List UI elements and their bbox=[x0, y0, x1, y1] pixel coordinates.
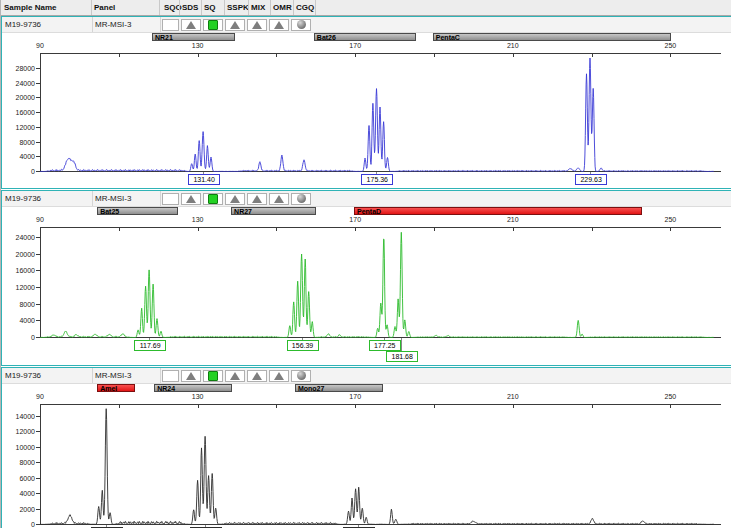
omr-warning-icon bbox=[274, 21, 284, 29]
peak-size-label[interactable]: 156.39 bbox=[287, 340, 319, 351]
peak-size-label[interactable]: 229.63 bbox=[575, 174, 607, 185]
column-header-sds[interactable]: SDS bbox=[182, 3, 198, 12]
sqo-flag-cell bbox=[162, 193, 179, 205]
sq-pass-icon[interactable] bbox=[203, 19, 223, 31]
sample-row[interactable]: M19-9736 MR-MSI-3 bbox=[2, 368, 731, 384]
x-tick-label: 250 bbox=[658, 393, 682, 400]
marker-bat26[interactable]: Bat26 bbox=[314, 33, 416, 41]
electropherogram-plot[interactable]: 04000800012000160002000024000 bbox=[2, 228, 731, 338]
mix-warning-icon bbox=[252, 195, 262, 203]
ruler-tick bbox=[276, 54, 277, 57]
x-tick-label: 210 bbox=[501, 42, 525, 49]
sspk-warning-icon[interactable] bbox=[225, 19, 245, 31]
x-tick-label: 250 bbox=[658, 42, 682, 49]
sspk-warning-icon bbox=[230, 195, 240, 203]
column-header-panel[interactable]: Panel bbox=[94, 3, 115, 12]
sds-warning-icon[interactable] bbox=[181, 370, 201, 382]
marker-pentac[interactable]: PentaC bbox=[433, 33, 671, 41]
ruler-tick bbox=[592, 54, 593, 57]
electropherogram-plot[interactable]: 02000400060008000100001200014000 bbox=[2, 405, 731, 525]
marker-mono27[interactable]: Mono27 bbox=[295, 384, 383, 392]
mix-warning-icon[interactable] bbox=[247, 19, 267, 31]
sq-pass-icon[interactable] bbox=[203, 193, 223, 205]
marker-bat25[interactable]: Bat25 bbox=[97, 207, 178, 215]
marker-bar-row: AmelNR24Mono27 bbox=[2, 384, 731, 393]
divider bbox=[92, 17, 93, 32]
blue-dye-trace bbox=[2, 54, 731, 172]
peak-size-label[interactable]: 117.69 bbox=[134, 340, 166, 351]
ruler-tick bbox=[434, 54, 435, 57]
column-divider bbox=[224, 0, 225, 15]
sds-warning-icon bbox=[186, 372, 196, 380]
omr-warning-icon bbox=[274, 195, 284, 203]
peak-size-label[interactable]: 181.68 bbox=[386, 351, 418, 362]
marker-nr24[interactable]: NR24 bbox=[154, 384, 232, 392]
ruler-tick bbox=[355, 405, 356, 408]
x-tick-label: 130 bbox=[186, 42, 210, 49]
sample-trace-panel-1: M19-9736 MR-MSI-3 NR21Bat26PentaC 901301… bbox=[1, 16, 731, 189]
sq-pass-icon bbox=[208, 371, 218, 381]
x-tick-label: 250 bbox=[658, 216, 682, 223]
table-header: Sample NamePanelSQOSDSSQSSPKMIXOMRCGQ bbox=[1, 0, 731, 16]
sds-warning-icon[interactable] bbox=[181, 193, 201, 205]
sample-trace-panel-2: M19-9736 MR-MSI-3 Bat25NR27PentaD 901301… bbox=[1, 190, 731, 366]
ruler-tick bbox=[513, 54, 514, 57]
size-ruler: 90130170210250 bbox=[2, 216, 731, 228]
sample-name: M19-9736 bbox=[5, 20, 41, 29]
ruler-tick bbox=[40, 405, 41, 408]
sds-warning-icon bbox=[186, 195, 196, 203]
column-header-sspk[interactable]: SSPK bbox=[227, 3, 249, 12]
omr-warning-icon[interactable] bbox=[269, 193, 289, 205]
quality-flags bbox=[162, 17, 311, 32]
column-header-sq[interactable]: SQ bbox=[204, 3, 216, 12]
sample-row[interactable]: M19-9736 MR-MSI-3 bbox=[2, 17, 731, 33]
marker-bar-row: NR21Bat26PentaC bbox=[2, 33, 731, 42]
ruler-tick bbox=[513, 405, 514, 408]
column-header-cgq[interactable]: CGQ bbox=[296, 3, 314, 12]
column-header-omr[interactable]: OMR bbox=[273, 3, 292, 12]
peak-size-label[interactable]: 131.40 bbox=[188, 174, 220, 185]
sq-pass-icon[interactable] bbox=[203, 370, 223, 382]
peak-size-label[interactable]: 175.36 bbox=[361, 174, 393, 185]
sample-row[interactable]: M19-9736 MR-MSI-3 bbox=[2, 191, 731, 207]
marker-amel[interactable]: Amel bbox=[97, 384, 135, 392]
omr-warning-icon[interactable] bbox=[269, 370, 289, 382]
divider bbox=[160, 191, 161, 206]
sspk-warning-icon[interactable] bbox=[225, 193, 245, 205]
column-header-sample-name[interactable]: Sample Name bbox=[4, 3, 56, 12]
column-divider bbox=[315, 0, 316, 15]
peak-leader-line bbox=[401, 338, 402, 351]
peak-label-row: 117.69156.39177.25181.68 bbox=[2, 338, 731, 365]
sds-warning-icon bbox=[186, 21, 196, 29]
peak-size-label[interactable]: 177.25 bbox=[369, 340, 401, 351]
mix-warning-icon bbox=[252, 372, 262, 380]
marker-pentad[interactable]: PentaD bbox=[354, 207, 642, 215]
electropherogram-plot[interactable]: 0400080001200016000200002400028000 bbox=[2, 54, 731, 172]
cgq-status-icon bbox=[297, 194, 306, 203]
sspk-warning-icon bbox=[230, 372, 240, 380]
x-tick-label: 90 bbox=[28, 393, 52, 400]
ruler-tick bbox=[670, 405, 671, 408]
cgq-status-icon[interactable] bbox=[291, 370, 311, 382]
sq-pass-icon bbox=[208, 20, 218, 30]
sspk-warning-icon bbox=[230, 21, 240, 29]
sds-warning-icon[interactable] bbox=[181, 19, 201, 31]
column-header-mix[interactable]: MIX bbox=[251, 3, 265, 12]
mix-warning-icon[interactable] bbox=[247, 370, 267, 382]
ruler-tick bbox=[434, 228, 435, 231]
mix-warning-icon[interactable] bbox=[247, 193, 267, 205]
ruler-tick bbox=[119, 405, 120, 408]
panel-name: MR-MSI-3 bbox=[95, 20, 131, 29]
green-dye-trace bbox=[2, 228, 731, 338]
peak-label-row: 131.40175.36229.63 bbox=[2, 172, 731, 188]
cgq-status-icon[interactable] bbox=[291, 19, 311, 31]
marker-nr21[interactable]: NR21 bbox=[152, 33, 235, 41]
x-tick-label: 170 bbox=[343, 393, 367, 400]
ruler-tick bbox=[198, 405, 199, 408]
sqo-flag-cell bbox=[162, 19, 179, 31]
sspk-warning-icon[interactable] bbox=[225, 370, 245, 382]
marker-nr27[interactable]: NR27 bbox=[231, 207, 316, 215]
sample-trace-panel-3: M19-9736 MR-MSI-3 AmelNR24Mono27 9013017… bbox=[1, 367, 731, 528]
omr-warning-icon[interactable] bbox=[269, 19, 289, 31]
cgq-status-icon[interactable] bbox=[291, 193, 311, 205]
